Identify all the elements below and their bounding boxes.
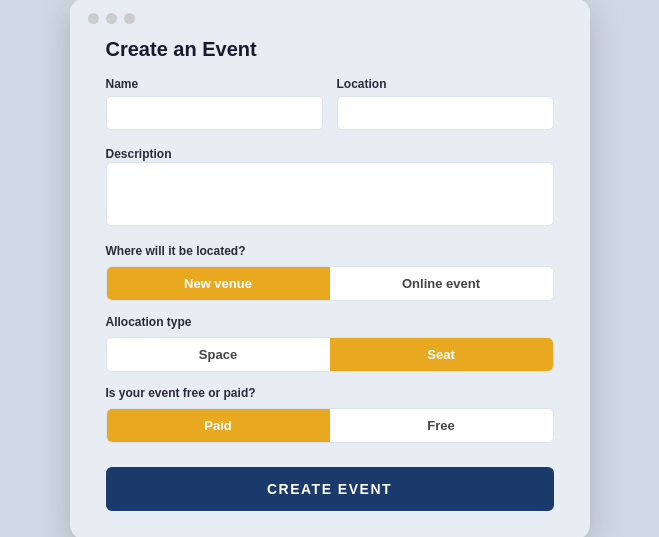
create-event-button[interactable]: CREATE EVENT (106, 467, 554, 511)
location-input[interactable] (337, 96, 554, 130)
pricing-label: Is your event free or paid? (106, 386, 554, 400)
form-title: Create an Event (106, 38, 554, 61)
window-dot-2 (106, 13, 117, 24)
description-label: Description (106, 147, 172, 161)
seat-button[interactable]: Seat (330, 338, 553, 371)
name-location-row: Name Location (106, 77, 554, 130)
location-field-group: Location (337, 77, 554, 130)
space-button[interactable]: Space (107, 338, 330, 371)
name-label: Name (106, 77, 323, 91)
allocation-toggle-group: Space Seat (106, 337, 554, 372)
new-venue-button[interactable]: New venue (107, 267, 330, 300)
paid-button[interactable]: Paid (107, 409, 330, 442)
free-button[interactable]: Free (330, 409, 553, 442)
location-section-label: Where will it be located? (106, 244, 554, 258)
allocation-label: Allocation type (106, 315, 554, 329)
online-event-button[interactable]: Online event (330, 267, 553, 300)
window-dot-1 (88, 13, 99, 24)
location-label: Location (337, 77, 554, 91)
name-field-group: Name (106, 77, 323, 130)
form-area: Create an Event Name Location Descriptio… (70, 34, 590, 511)
name-input[interactable] (106, 96, 323, 130)
venue-toggle-group: New venue Online event (106, 266, 554, 301)
title-bar (70, 0, 590, 34)
description-row: Description (106, 144, 554, 230)
pricing-toggle-group: Paid Free (106, 408, 554, 443)
description-input[interactable] (106, 162, 554, 226)
app-window: Create an Event Name Location Descriptio… (70, 0, 590, 537)
window-dot-3 (124, 13, 135, 24)
